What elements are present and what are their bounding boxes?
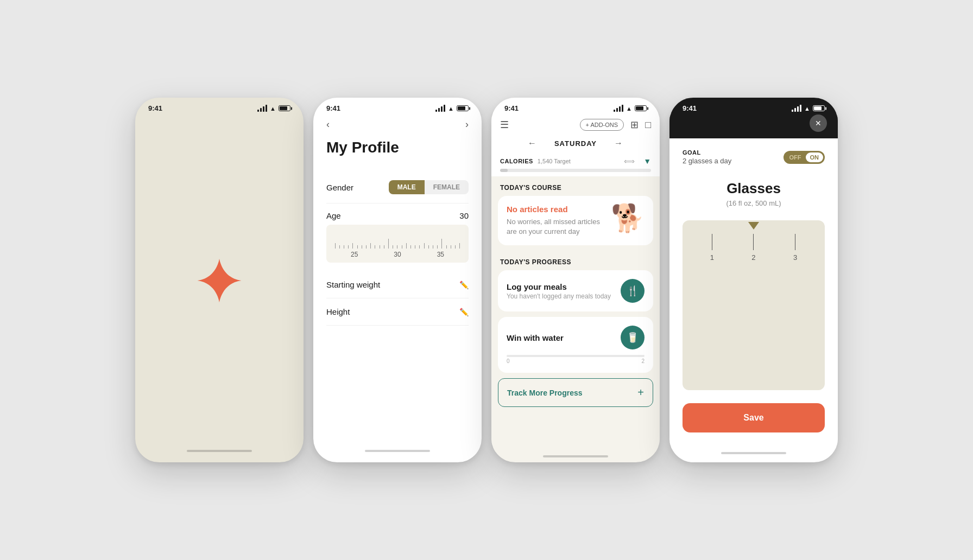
tick (369, 243, 373, 249)
tick-line-1 (712, 234, 712, 250)
water-card[interactable]: Win with water 🥛 0 2 (498, 317, 653, 373)
calories-adjust-icon[interactable]: ⟺ (624, 157, 635, 166)
calories-label: CALORIES (500, 158, 533, 164)
funnel-indicator (748, 222, 759, 230)
calories-target: 1,540 Target (538, 158, 571, 164)
glasses-ruler: 1 2 3 (691, 229, 816, 262)
prev-day-arrow[interactable]: ← (528, 138, 537, 148)
status-icons-3: ▲ (614, 105, 647, 112)
day-nav: ← SATURDAY → (491, 135, 660, 151)
starting-weight-row: Starting weight ✏️ (326, 271, 469, 298)
tick (342, 245, 346, 249)
battery-icon-2 (457, 105, 469, 111)
calories-down-icon: ▼ (643, 157, 651, 166)
next-day-arrow[interactable]: → (614, 138, 623, 148)
toggle-on-label: ON (806, 152, 824, 162)
age-ruler[interactable]: 25 30 35 (326, 225, 469, 263)
log-meals-card[interactable]: Log your meals You haven't logged any me… (498, 270, 653, 311)
addon-button[interactable]: + ADD-ONS (580, 119, 624, 131)
water-title: Win with water (507, 333, 564, 342)
share-icon[interactable]: ⊞ (630, 119, 639, 131)
log-meals-text: Log your meals You haven't logged any me… (507, 282, 611, 300)
status-bar-2: 9:41 ▲ (313, 98, 482, 114)
calories-row: CALORIES 1,540 Target ⟺ ▼ (500, 157, 651, 166)
age-value: 30 (459, 211, 469, 220)
save-button[interactable]: Save (683, 403, 825, 432)
course-text: No articles read No worries, all missed … (507, 205, 611, 237)
wifi-icon-3: ▲ (626, 105, 632, 112)
scroll-area[interactable]: TODAY'S COURSE No articles read No worri… (491, 176, 660, 452)
gender-toggle[interactable]: MALE FEMALE (389, 180, 469, 194)
profile-nav: ‹ › (326, 114, 469, 139)
tick (440, 239, 444, 249)
tick-num-3: 3 (793, 253, 797, 262)
glass-tick-1: 1 (710, 234, 714, 262)
tick (408, 245, 413, 249)
calories-progress-fill (500, 169, 508, 172)
male-btn[interactable]: MALE (389, 180, 425, 194)
height-edit-icon[interactable]: ✏️ (459, 308, 469, 316)
tick (400, 245, 404, 249)
signal-icon-2 (435, 105, 445, 112)
tick (435, 245, 440, 249)
course-card: No articles read No worries, all missed … (498, 196, 653, 245)
gender-row: Gender MALE FEMALE (326, 171, 469, 203)
tick (444, 245, 448, 249)
phone-splash: 9:41 ▲ (135, 98, 304, 462)
track-btn-text: Track More Progress (507, 389, 583, 397)
wifi-icon-1: ▲ (270, 105, 276, 112)
time-2: 9:41 (326, 104, 340, 112)
time-1: 9:41 (148, 104, 162, 112)
tick (413, 245, 418, 249)
water-labels: 0 2 (507, 358, 645, 364)
ruler-label-25: 25 (351, 251, 358, 258)
modal-dark-header: 9:41 ▲ ✕ (669, 98, 838, 138)
glasses-selector[interactable]: 1 2 3 (683, 220, 825, 390)
height-label: Height (326, 307, 350, 316)
track-more-button[interactable]: Track More Progress + (498, 378, 653, 407)
log-meals-row: Log your meals You haven't logged any me… (507, 279, 645, 303)
goal-toggle[interactable]: OFF ON (784, 151, 825, 164)
tick (426, 245, 431, 249)
phone-profile: 9:41 ▲ ‹ › My Profile (313, 98, 482, 462)
star-logo (195, 256, 244, 305)
water-label-2: 2 (641, 358, 645, 364)
no-articles-sub-text: No worries, all missed articles are on y… (507, 217, 611, 237)
glass-tick-3: 3 (793, 234, 797, 262)
meals-icon: 🍴 (621, 279, 645, 303)
log-meals-title: Log your meals (507, 282, 611, 291)
topbar-icons: + ADD-ONS ⊞ □ (580, 119, 651, 131)
starting-weight-edit-icon[interactable]: ✏️ (459, 281, 469, 289)
battery-icon-4 (813, 105, 825, 111)
course-card-inner: No articles read No worries, all missed … (507, 205, 645, 237)
calories-progress-bar (500, 169, 651, 172)
menu-icon[interactable]: ☰ (500, 119, 509, 131)
goal-section: GOAL 2 glasses a day OFF ON (683, 149, 825, 165)
message-icon[interactable]: □ (645, 119, 651, 131)
water-row: Win with water 🥛 (507, 326, 645, 349)
female-btn[interactable]: FEMALE (425, 180, 469, 194)
tick-num-2: 2 (751, 253, 755, 262)
battery-icon-3 (635, 105, 647, 111)
tick (391, 245, 395, 249)
tick (448, 245, 453, 249)
plus-icon: + (637, 386, 644, 399)
close-button[interactable]: ✕ (810, 114, 827, 132)
phone-today: 9:41 ▲ ☰ + ADD-ONS ⊞ □ (491, 98, 660, 462)
tick (377, 245, 382, 249)
status-bar-1: 9:41 ▲ (135, 98, 304, 114)
today-course-title: TODAY'S COURSE (498, 176, 653, 196)
water-label-0: 0 (507, 358, 510, 364)
tick (418, 245, 422, 249)
fork-knife-icon: 🍴 (627, 285, 639, 297)
tick (458, 243, 462, 249)
tick (337, 245, 342, 249)
goal-value: 2 glasses a day (683, 157, 731, 165)
ruler-labels: 25 30 35 (326, 249, 469, 258)
forward-arrow[interactable]: › (465, 119, 469, 130)
back-arrow[interactable]: ‹ (326, 119, 330, 130)
water-goal-body: GOAL 2 glasses a day OFF ON Glasses (16 … (669, 138, 838, 449)
tick-line-2 (753, 234, 754, 250)
tick (333, 243, 337, 249)
starting-weight-label: Starting weight (326, 280, 380, 289)
